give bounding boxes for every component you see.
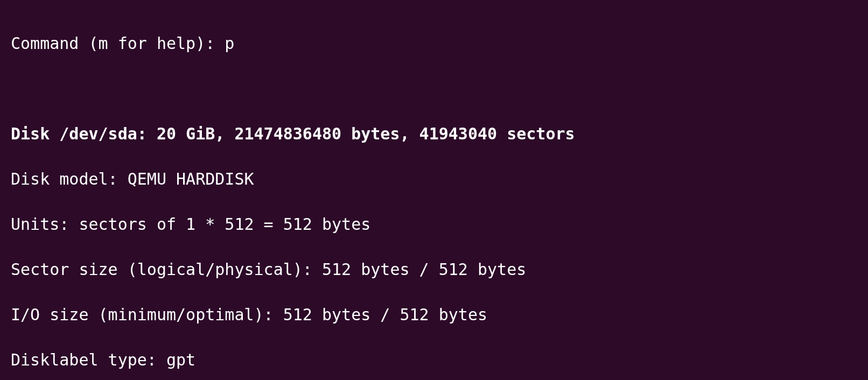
terminal-output: Command (m for help): p Disk /dev/sda: 2… <box>0 0 868 380</box>
disk-model: Disk model: QEMU HARDDISK <box>11 168 857 191</box>
command-input[interactable]: p <box>225 34 234 53</box>
io-size: I/O size (minimum/optimal): 512 bytes / … <box>11 304 857 326</box>
disk-summary: Disk /dev/sda: 20 GiB, 21474836480 bytes… <box>11 123 857 145</box>
sector-size: Sector size (logical/physical): 512 byte… <box>11 258 857 281</box>
command-prompt-line[interactable]: Command (m for help): p <box>11 32 857 55</box>
disklabel-type: Disklabel type: gpt <box>11 349 857 371</box>
disk-units: Units: sectors of 1 * 512 = 512 bytes <box>11 213 857 236</box>
command-prompt-label: Command (m for help): <box>11 34 225 53</box>
blank-line <box>11 78 857 100</box>
